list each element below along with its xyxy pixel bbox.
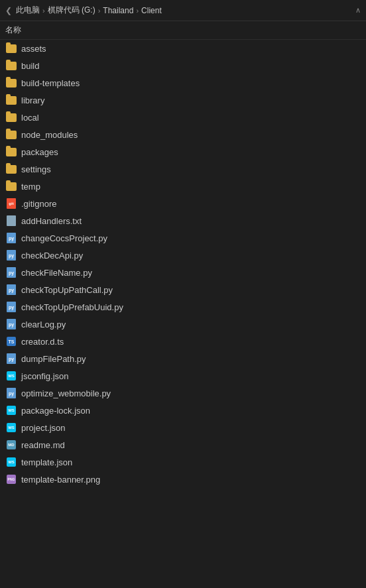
list-item[interactable]: WS jsconfig.json xyxy=(0,367,366,384)
txt-icon xyxy=(7,215,16,226)
webstorm-icon: WS xyxy=(7,406,16,415)
python-icon: py xyxy=(7,319,16,329)
file-name-label: template.json xyxy=(21,457,72,467)
list-item[interactable]: py checkTopUpPathCall.py xyxy=(0,281,366,298)
list-item[interactable]: WS package-lock.json xyxy=(0,402,366,419)
folder-icon xyxy=(6,113,17,122)
file-name-label: optimize_webmobile.py xyxy=(21,388,111,398)
collapse-button[interactable]: ∧ xyxy=(355,6,361,15)
file-list: assetsbuildbuild-templateslibrarylocalno… xyxy=(0,40,366,588)
list-item[interactable]: py optimize_webmobile.py xyxy=(0,384,366,402)
list-item[interactable]: assets xyxy=(0,40,366,57)
file-name-label: creator.d.ts xyxy=(21,337,64,347)
breadcrumb-item-2[interactable]: Thailand xyxy=(103,6,133,15)
list-item[interactable]: build-templates xyxy=(0,74,366,91)
list-item[interactable]: py checkDecApi.py xyxy=(0,247,366,264)
file-name-label: checkDecApi.py xyxy=(21,251,83,261)
file-name-label: build xyxy=(21,61,39,71)
list-item[interactable]: py checkTopUpPrefabUuid.py xyxy=(0,298,366,316)
file-name-label: template-banner.png xyxy=(21,475,100,485)
file-name-label: checkFileName.py xyxy=(21,268,92,278)
breadcrumb-sep-0: › xyxy=(42,7,45,15)
folder-icon xyxy=(6,148,17,156)
column-name-label: 名称 xyxy=(5,25,21,36)
folder-icon xyxy=(6,165,17,174)
breadcrumb-sep-2: › xyxy=(136,7,139,15)
file-name-label: build-templates xyxy=(21,78,80,88)
list-item[interactable]: TS creator.d.ts xyxy=(0,333,366,350)
file-name-label: local xyxy=(21,113,39,123)
file-name-label: checkTopUpPrefabUuid.py xyxy=(21,302,123,312)
breadcrumb-item-3[interactable]: Client xyxy=(141,6,162,15)
file-name-label: dumpFilePath.py xyxy=(21,354,86,364)
file-name-label: readme.md xyxy=(21,440,65,450)
python-icon: py xyxy=(7,302,16,312)
list-item[interactable]: build xyxy=(0,57,366,74)
typescript-icon: TS xyxy=(7,337,16,346)
list-item[interactable]: WS template.json xyxy=(0,453,366,471)
list-item[interactable]: packages xyxy=(0,143,366,160)
list-item[interactable]: addHandlers.txt xyxy=(0,212,366,229)
file-name-label: library xyxy=(21,95,44,105)
file-name-label: addHandlers.txt xyxy=(21,216,82,226)
file-name-label: package-lock.json xyxy=(21,406,90,416)
list-item[interactable]: local xyxy=(0,109,366,126)
webstorm-icon: WS xyxy=(7,423,16,432)
file-name-label: node_modules xyxy=(21,130,78,140)
list-item[interactable]: temp xyxy=(0,178,366,195)
file-name-label: .gitignore xyxy=(21,199,56,209)
folder-icon xyxy=(6,131,17,139)
list-item[interactable]: MD readme.md xyxy=(0,436,366,453)
list-item[interactable]: py clearLog.py xyxy=(0,316,366,333)
folder-icon xyxy=(6,182,17,191)
breadcrumb-sep-1: › xyxy=(98,7,101,15)
list-item[interactable]: WS project.json xyxy=(0,419,366,436)
file-name-label: assets xyxy=(21,44,46,54)
list-item[interactable]: git .gitignore xyxy=(0,195,366,212)
breadcrumb-item-0[interactable]: 此电脑 xyxy=(16,5,40,16)
webstorm-icon: WS xyxy=(7,457,16,467)
list-item[interactable]: py dumpFilePath.py xyxy=(0,350,366,367)
file-name-label: project.json xyxy=(21,423,65,433)
folder-icon xyxy=(6,44,17,53)
breadcrumb-back-button[interactable]: ❮ xyxy=(5,6,12,15)
markdown-icon: MD xyxy=(7,440,16,449)
file-name-label: checkTopUpPathCall.py xyxy=(21,285,113,295)
breadcrumb-item-1[interactable]: 棋牌代码 (G:) xyxy=(48,5,95,16)
folder-icon xyxy=(6,96,17,105)
python-icon: py xyxy=(7,233,16,243)
list-item[interactable]: py checkFileName.py xyxy=(0,264,366,281)
file-name-label: temp xyxy=(21,182,40,192)
list-item[interactable]: library xyxy=(0,91,366,109)
list-item[interactable]: py changeCocsProject.py xyxy=(0,229,366,247)
python-icon: py xyxy=(7,353,16,364)
image-icon: PNG xyxy=(7,475,16,484)
file-name-label: changeCocsProject.py xyxy=(21,233,107,243)
webstorm-icon: WS xyxy=(7,371,16,381)
folder-icon xyxy=(6,62,17,70)
file-name-label: packages xyxy=(21,147,58,157)
git-icon: git xyxy=(7,198,16,209)
list-item[interactable]: PNG template-banner.png xyxy=(0,471,366,488)
breadcrumb-bar: ❮ 此电脑 › 棋牌代码 (G:) › Thailand › Client ∧ xyxy=(0,0,366,21)
file-list-header: 名称 xyxy=(0,21,366,40)
file-name-label: jsconfig.json xyxy=(21,371,69,381)
python-icon: py xyxy=(7,250,16,261)
python-icon: py xyxy=(7,267,16,278)
file-name-label: settings xyxy=(21,164,51,174)
list-item[interactable]: settings xyxy=(0,160,366,178)
folder-icon xyxy=(6,79,17,88)
python-icon: py xyxy=(7,284,16,295)
list-item[interactable]: node_modules xyxy=(0,126,366,143)
python-icon: py xyxy=(7,388,16,398)
file-name-label: clearLog.py xyxy=(21,320,66,329)
